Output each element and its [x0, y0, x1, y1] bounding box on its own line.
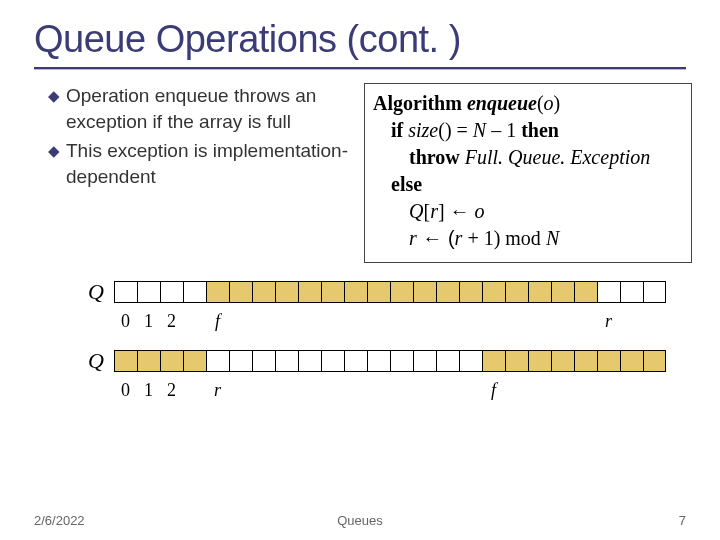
queue-index-label [620, 380, 643, 401]
queue-index-label [459, 380, 482, 401]
queue-cell [183, 282, 206, 302]
queue-cell [620, 282, 643, 302]
queue-cell [436, 351, 459, 371]
queue-index-label: 2 [160, 380, 183, 401]
queue-index-label [597, 380, 620, 401]
queue-index-label [528, 380, 551, 401]
queue-cell [551, 351, 574, 371]
queue-index-label [252, 311, 275, 332]
bullet-marker-icon: ◆ [48, 138, 66, 189]
queue-cell [505, 282, 528, 302]
queue-index-label: 1 [137, 311, 160, 332]
queue-cell [413, 351, 436, 371]
queue-cells [114, 281, 666, 303]
queue-cell [551, 282, 574, 302]
queue-cell [321, 351, 344, 371]
queue-cell [620, 351, 643, 371]
queue-index-label [528, 311, 551, 332]
queue-cell [459, 282, 482, 302]
queue-index-label [643, 380, 666, 401]
queue-index-label: 0 [114, 380, 137, 401]
bullet-item: ◆ This exception is implementation-depen… [48, 138, 348, 189]
queue-cell [229, 351, 252, 371]
queue-index-label: r [597, 311, 620, 332]
title-divider [34, 67, 686, 69]
queue-index-label [551, 311, 574, 332]
slide-footer: 2/6/2022 Queues 7 [0, 513, 720, 528]
queue-index-label [344, 311, 367, 332]
queue-index-label [505, 311, 528, 332]
queue-index-label [505, 380, 528, 401]
queue-cell [114, 351, 137, 371]
algo-if-line: if size() = N – 1 then [373, 117, 683, 144]
queue-cell [528, 282, 551, 302]
queue-label: Q [88, 279, 110, 305]
bullet-text: Operation enqueue throws an exception if… [66, 83, 348, 134]
queue-cell [321, 282, 344, 302]
queue-cell [574, 282, 597, 302]
queue-diagrams: Q 012fr Q 012rf [88, 281, 720, 401]
queue-cell [482, 351, 505, 371]
queue-index-label [275, 380, 298, 401]
queue-cell [206, 351, 229, 371]
queue-index-label [482, 311, 505, 332]
queue-cell [367, 282, 390, 302]
queue-cell [275, 282, 298, 302]
queue-index-label [390, 311, 413, 332]
queue-row-2: Q [88, 350, 720, 374]
queue-index-label [344, 380, 367, 401]
queue-index-label [252, 380, 275, 401]
queue-row-1: Q [88, 281, 720, 305]
queue-index-label: 1 [137, 380, 160, 401]
queue-index-label [459, 311, 482, 332]
queue-index-label: 0 [114, 311, 137, 332]
bullet-text: This exception is implementation-depende… [66, 138, 348, 189]
algorithm-box: Algorithm enqueue(o) if size() = N – 1 t… [364, 83, 692, 263]
queue-cell [528, 351, 551, 371]
queue-cell [298, 282, 321, 302]
queue-index-label [413, 311, 436, 332]
queue-cell [252, 351, 275, 371]
queue-cell [413, 282, 436, 302]
queue-index-label: f [206, 311, 229, 332]
queue-index-label [436, 311, 459, 332]
queue-cell [597, 351, 620, 371]
queue-cells [114, 350, 666, 372]
queue-cell [206, 282, 229, 302]
queue-cell [574, 351, 597, 371]
queue-cell [160, 282, 183, 302]
queue-cell [137, 282, 160, 302]
queue-cell [137, 351, 160, 371]
queue-index-label [183, 380, 206, 401]
queue-index-label [574, 380, 597, 401]
queue-index-label [413, 380, 436, 401]
queue-cell [436, 282, 459, 302]
queue-index-label [574, 311, 597, 332]
queue-cell [367, 351, 390, 371]
queue-cell [252, 282, 275, 302]
content-row: ◆ Operation enqueue throws an exception … [0, 83, 720, 263]
bullet-marker-icon: ◆ [48, 83, 66, 134]
queue-cell [114, 282, 137, 302]
algo-else-line: else [373, 171, 683, 198]
algo-header: Algorithm enqueue(o) [373, 90, 683, 117]
queue-index-label [436, 380, 459, 401]
footer-topic: Queues [337, 513, 383, 528]
queue-cell [505, 351, 528, 371]
queue-cell [275, 351, 298, 371]
queue-index-label [229, 311, 252, 332]
queue-index-label: 2 [160, 311, 183, 332]
queue-index-label [298, 380, 321, 401]
bullet-list: ◆ Operation enqueue throws an exception … [48, 83, 348, 263]
bullet-item: ◆ Operation enqueue throws an exception … [48, 83, 348, 134]
queue-index-label: f [482, 380, 505, 401]
queue-index-label [643, 311, 666, 332]
queue-index-label [275, 311, 298, 332]
algo-throw-line: throw Full. Queue. Exception [373, 144, 683, 171]
queue-label: Q [88, 348, 110, 374]
queue-cell [643, 351, 666, 371]
queue-cell [482, 282, 505, 302]
queue-index-label [367, 311, 390, 332]
slide-title: Queue Operations (cont. ) [0, 0, 720, 67]
queue-index-label: r [206, 380, 229, 401]
